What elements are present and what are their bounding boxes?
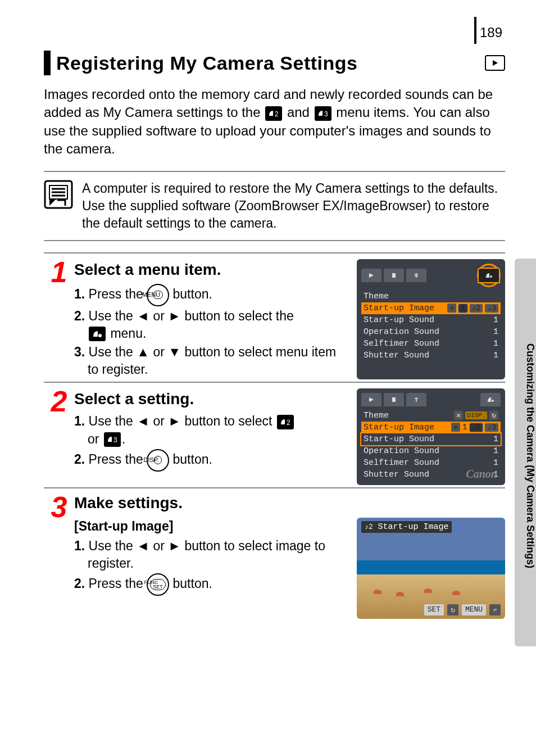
step2-line1: 1. Use the ◄ or ► button to select 2 or … xyxy=(74,413,350,447)
mycamera-slot3-icon: 3 xyxy=(315,106,331,121)
text: or xyxy=(149,345,168,359)
disp-chip: DISP. xyxy=(465,411,487,419)
substep-number: 1. xyxy=(74,287,85,301)
text: button to select the xyxy=(181,309,294,323)
svg-marker-15 xyxy=(369,397,374,402)
ss-value: 1 xyxy=(493,446,498,456)
ss-tab xyxy=(406,393,426,406)
ss-value: 1 xyxy=(493,315,498,325)
svg-rect-16 xyxy=(392,397,396,402)
ss-label: Start-up Sound xyxy=(364,434,434,444)
ss-label: Start-up Image xyxy=(364,423,434,432)
page-number: 189 xyxy=(474,17,502,44)
substep-number: 3. xyxy=(74,345,85,359)
ss-label: Operation Sound xyxy=(364,446,439,456)
func-set-button-label: FUNCSET xyxy=(150,579,166,590)
text: . xyxy=(122,432,125,446)
substep-number: 1. xyxy=(74,538,85,553)
ss-value: 1 xyxy=(493,351,498,360)
title-accent-bar xyxy=(44,51,51,75)
note-text: A computer is required to restore the My… xyxy=(82,180,505,232)
ss-chip-icon: ♪3 xyxy=(485,423,498,432)
ss-active-tab-circle xyxy=(477,264,501,287)
title-row: Registering My Camera Settings xyxy=(44,51,505,75)
ss-row: Theme ✕DISP.↻ xyxy=(361,410,501,422)
ss-label: Shutter Sound xyxy=(364,351,429,360)
text: or xyxy=(149,309,168,323)
mycamera-slot2-icon: 2 xyxy=(277,415,294,429)
brand-logo: Canon xyxy=(466,468,497,481)
beach-umbrella-icon xyxy=(424,588,432,593)
ss-label: Theme xyxy=(364,292,389,301)
note-box: A computer is required to restore the My… xyxy=(44,171,505,241)
text: button. xyxy=(173,287,212,301)
text: menu. xyxy=(107,326,146,341)
substep-number: 2. xyxy=(74,576,85,591)
mycamera-slot2-icon: 2 xyxy=(265,106,282,121)
ss-label: Selftimer Sound xyxy=(364,458,439,468)
set-button-chip: SET xyxy=(424,604,444,615)
svg-marker-8 xyxy=(49,199,56,206)
ss-label: Operation Sound xyxy=(364,327,439,337)
side-tab: Customizing the Camera (My Camera Settin… xyxy=(515,259,536,646)
svg-marker-0 xyxy=(493,60,498,66)
ss-row: Shutter Sound1 xyxy=(361,350,501,361)
text: button to select xyxy=(181,414,276,428)
ss-tab xyxy=(361,269,381,282)
page-title: Registering My Camera Settings xyxy=(56,52,357,74)
ss-value: 1 xyxy=(462,423,467,432)
ss-row-highlighted: Start-up Image ✕ 1 ♪2 ♪3 xyxy=(361,422,501,433)
right-arrow-icon: ► xyxy=(168,538,181,553)
text: or xyxy=(88,432,103,446)
mycamera-slot3-icon: 3 xyxy=(104,432,121,447)
ss-row: Start-up Sound1 xyxy=(361,314,501,326)
intro-text-b: and xyxy=(287,105,314,120)
step-heading: Select a menu item. xyxy=(74,259,350,280)
ss-label: Shutter Sound xyxy=(364,470,429,479)
svg-text:2: 2 xyxy=(287,419,290,427)
ss-tab xyxy=(361,393,381,406)
ss-tab xyxy=(384,269,404,282)
mycamera-menu-icon xyxy=(89,327,106,341)
disp-button-icon: DISP. xyxy=(147,449,169,472)
step1-line3: 3. Use the ▲ or ▼ button to select menu … xyxy=(74,343,350,378)
ss-chip-selected: ♪2 xyxy=(470,423,483,432)
step-number: 1 xyxy=(44,259,74,379)
ss-row: Operation Sound1 xyxy=(361,326,501,338)
ss-chip-icon: ♪2 xyxy=(470,304,483,313)
ss-row: Theme xyxy=(361,291,501,302)
mycamera-tab-icon xyxy=(480,393,501,406)
text: Press the xyxy=(89,452,147,467)
menu-button-label: MENU xyxy=(153,291,163,299)
text: or xyxy=(149,414,168,428)
ss-row: Selftimer Sound1 xyxy=(361,338,501,350)
ss-tab xyxy=(406,269,426,282)
rotate-icon: ↻ xyxy=(447,604,458,615)
ss-label: Start-up Image xyxy=(364,304,434,313)
step1-line2: 2. Use the ◄ or ► button to select the m… xyxy=(74,307,350,342)
substep-number: 2. xyxy=(74,452,85,467)
ss-value: 1 xyxy=(493,434,498,444)
ss-tab xyxy=(384,393,404,406)
text: Press the xyxy=(89,287,147,301)
step2-line2: 2. Press the DISP. button. xyxy=(74,449,350,472)
mycamera-slot-icon: ♪2 xyxy=(365,523,373,531)
ss-label: Selftimer Sound xyxy=(364,339,439,348)
text: Use the xyxy=(89,309,137,323)
svg-rect-11 xyxy=(392,273,396,278)
ss-row: Operation Sound1 xyxy=(361,445,501,457)
text: button. xyxy=(173,452,212,467)
intro-paragraph: Images recorded onto the memory card and… xyxy=(44,85,505,159)
right-arrow-icon: ► xyxy=(168,309,181,323)
substep-number: 1. xyxy=(74,414,85,428)
svg-point-12 xyxy=(490,275,492,278)
svg-point-9 xyxy=(98,334,102,337)
text: Press the xyxy=(89,576,147,591)
svg-marker-10 xyxy=(369,273,374,278)
ss-chip-icon: ✕ xyxy=(454,411,463,420)
step1-line1: 1. Press the MENU button. xyxy=(74,284,350,306)
ss-value: 1 xyxy=(493,458,498,468)
camera-screenshot-1: Theme Start-up Image ✕ 1 ♪2 ♪3 Start-up … xyxy=(357,259,505,379)
camera-screenshot-3: ♪2 Start-up Image SET ↻ MENU ↶ xyxy=(357,518,505,619)
menu-button-icon: MENU xyxy=(147,284,169,306)
